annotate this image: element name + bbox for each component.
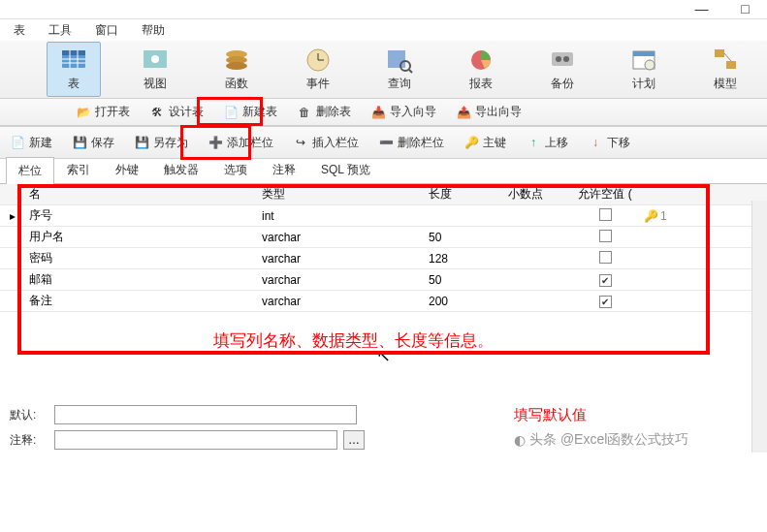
ribbon-query[interactable]: 查询 bbox=[372, 43, 427, 96]
open-table-button[interactable]: 📂打开表 bbox=[72, 102, 134, 122]
svg-rect-25 bbox=[726, 61, 736, 69]
query-icon bbox=[386, 47, 413, 72]
grid-row[interactable]: 邮箱 varchar 50 bbox=[0, 269, 767, 291]
toolbar-columns: 📄新建 💾保存 💾另存为 ➕添加栏位 ↪插入栏位 ➖删除栏位 🔑主键 ↑上移 ↓… bbox=[0, 126, 767, 159]
columns-grid-wrapper: 名 类型 长度 小数点 允许空值 ( ▸ 序号 int 🔑1 用户名 varch… bbox=[0, 184, 767, 312]
save-button[interactable]: 💾保存 bbox=[68, 133, 118, 153]
minimize-button[interactable]: — bbox=[680, 0, 723, 17]
nullable-checkbox[interactable] bbox=[599, 230, 612, 242]
maximize-button[interactable]: □ bbox=[723, 0, 767, 17]
add-column-icon: ➕ bbox=[208, 135, 223, 150]
ribbon-view[interactable]: 视图 bbox=[128, 43, 182, 96]
up-icon: ↑ bbox=[526, 135, 541, 150]
nullable-checkbox[interactable] bbox=[599, 274, 612, 287]
delete-column-icon: ➖ bbox=[378, 135, 394, 150]
header-name[interactable]: 名 bbox=[25, 186, 258, 203]
add-column-button[interactable]: ➕添加栏位 bbox=[204, 133, 277, 153]
key-icon: 🔑 bbox=[463, 135, 479, 150]
menu-tools[interactable]: 工具 bbox=[37, 19, 83, 42]
new-icon: 📄 bbox=[10, 135, 25, 150]
svg-point-19 bbox=[556, 56, 561, 62]
grid-row[interactable]: 用户名 varchar 50 bbox=[0, 227, 767, 248]
function-icon bbox=[223, 47, 250, 72]
nullable-checkbox[interactable] bbox=[599, 251, 612, 264]
svg-line-26 bbox=[724, 53, 731, 61]
insert-column-button[interactable]: ↪插入栏位 bbox=[289, 133, 363, 153]
ribbon-event[interactable]: 事件 bbox=[291, 43, 345, 96]
grid-row[interactable]: ▸ 序号 int 🔑1 bbox=[0, 205, 767, 227]
new-table-button[interactable]: 📄新建表 bbox=[219, 102, 281, 122]
ribbon-plan[interactable]: 计划 bbox=[617, 43, 671, 96]
move-down-button[interactable]: ↓下移 bbox=[584, 133, 634, 153]
ribbon-report[interactable]: 报表 bbox=[454, 43, 508, 96]
comment-label: 注释: bbox=[10, 432, 48, 449]
designer-tabs: 栏位 索引 外键 触发器 选项 注释 SQL 预览 bbox=[0, 159, 767, 184]
tab-options[interactable]: 选项 bbox=[211, 156, 260, 183]
save-icon: 💾 bbox=[72, 135, 87, 150]
new-button[interactable]: 📄新建 bbox=[6, 133, 56, 153]
ribbon: 表 视图 函数 事件 查询 报表 备份 计划 模型 bbox=[0, 41, 767, 99]
export-wizard-button[interactable]: 📤导出向导 bbox=[452, 102, 526, 122]
saveas-icon: 💾 bbox=[134, 135, 149, 150]
new-table-icon: 📄 bbox=[223, 105, 239, 120]
header-length[interactable]: 长度 bbox=[425, 186, 504, 203]
columns-grid: 名 类型 长度 小数点 允许空值 ( ▸ 序号 int 🔑1 用户名 varch… bbox=[0, 184, 767, 312]
ribbon-label: 表 bbox=[68, 76, 80, 92]
view-icon bbox=[142, 47, 169, 72]
menu-window[interactable]: 窗口 bbox=[83, 19, 130, 42]
header-decimals[interactable]: 小数点 bbox=[504, 186, 570, 203]
table-icon bbox=[60, 47, 87, 72]
comment-input[interactable] bbox=[54, 430, 337, 450]
clock-icon bbox=[304, 47, 332, 72]
svg-point-7 bbox=[151, 55, 159, 63]
svg-rect-18 bbox=[552, 52, 573, 66]
primary-key-indicator: 🔑1 bbox=[640, 209, 698, 223]
saveas-button[interactable]: 💾另存为 bbox=[130, 133, 192, 153]
design-table-button[interactable]: 🛠设计表 bbox=[145, 102, 208, 122]
delete-column-button[interactable]: ➖删除栏位 bbox=[374, 133, 448, 153]
report-icon bbox=[467, 47, 495, 72]
annotation-default: 填写默认值 bbox=[514, 406, 587, 424]
delete-table-button[interactable]: 🗑删除表 bbox=[293, 102, 355, 122]
ribbon-backup[interactable]: 备份 bbox=[535, 43, 590, 96]
grid-row[interactable]: 备注 varchar 200 bbox=[0, 291, 767, 312]
tab-triggers[interactable]: 触发器 bbox=[151, 156, 211, 183]
grid-row[interactable]: 密码 varchar 128 bbox=[0, 248, 767, 269]
import-icon: 📥 bbox=[370, 105, 386, 120]
svg-point-23 bbox=[645, 60, 655, 70]
insert-column-icon: ↪ bbox=[293, 135, 308, 150]
tab-foreignkeys[interactable]: 外键 bbox=[103, 156, 151, 183]
tab-indexes[interactable]: 索引 bbox=[54, 156, 103, 183]
header-type[interactable]: 类型 bbox=[258, 186, 425, 203]
svg-point-10 bbox=[226, 62, 247, 70]
nullable-checkbox[interactable] bbox=[599, 296, 612, 308]
tab-columns[interactable]: 栏位 bbox=[6, 157, 54, 184]
ribbon-model[interactable]: 模型 bbox=[698, 43, 752, 96]
tab-comment[interactable]: 注释 bbox=[260, 156, 308, 183]
menu-table[interactable]: 表 bbox=[2, 19, 37, 42]
header-nullable[interactable]: 允许空值 ( bbox=[570, 186, 640, 203]
tab-sqlpreview[interactable]: SQL 预览 bbox=[308, 156, 383, 183]
key-icon: 🔑 bbox=[644, 209, 658, 223]
model-icon bbox=[712, 47, 739, 72]
export-icon: 📤 bbox=[456, 105, 471, 120]
default-value-select[interactable] bbox=[54, 405, 357, 424]
row-handle-icon[interactable]: ▸ bbox=[0, 209, 25, 223]
open-icon: 📂 bbox=[76, 105, 91, 120]
svg-rect-1 bbox=[62, 50, 85, 55]
ribbon-table[interactable]: 表 bbox=[47, 42, 101, 97]
primary-key-button[interactable]: 🔑主键 bbox=[460, 133, 510, 153]
menu-help[interactable]: 帮助 bbox=[130, 19, 176, 42]
default-label: 默认: bbox=[10, 407, 48, 423]
delete-icon: 🗑 bbox=[297, 105, 312, 120]
calendar-icon bbox=[630, 47, 657, 72]
nullable-checkbox[interactable] bbox=[599, 208, 612, 221]
move-up-button[interactable]: ↑上移 bbox=[522, 133, 572, 153]
svg-rect-22 bbox=[633, 51, 655, 56]
svg-rect-24 bbox=[715, 49, 724, 57]
import-wizard-button[interactable]: 📥导入向导 bbox=[367, 102, 440, 122]
comment-edit-button[interactable]: … bbox=[343, 430, 365, 450]
svg-rect-14 bbox=[388, 50, 405, 68]
ribbon-function[interactable]: 函数 bbox=[209, 43, 264, 96]
titlebar: — □ bbox=[0, 0, 767, 19]
